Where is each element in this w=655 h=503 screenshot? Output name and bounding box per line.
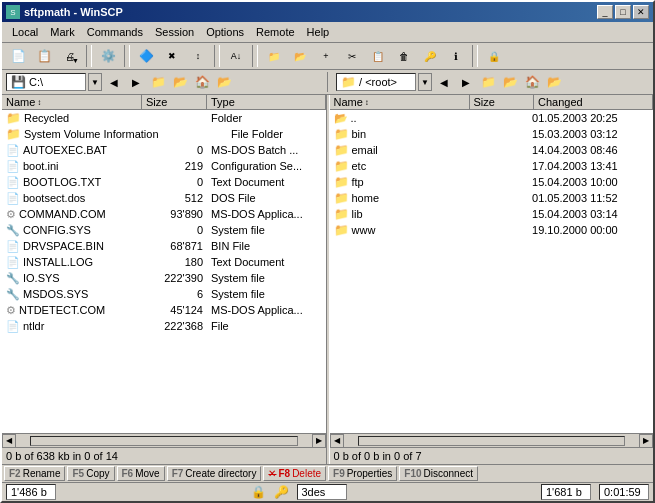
toolbar-btn-17[interactable]: 🔒 (482, 45, 506, 67)
remote-file-list-header: Name ↕ Size Changed (330, 95, 654, 110)
function-keys: F2 Rename F5 Copy F6 Move F7 Create dire… (2, 464, 653, 482)
table-row[interactable]: 📄DRVSPACE.BIN 68'871 BIN File (2, 238, 326, 254)
remote-address-input[interactable]: 📁 / <root> (336, 73, 416, 91)
toolbar-btn-15[interactable]: 🔑 (418, 45, 442, 67)
remote-folder-btn-3[interactable]: 🏠 (522, 73, 542, 91)
table-row[interactable]: ⚙NTDETECT.COM 45'124 MS-DOS Applica... (2, 302, 326, 318)
local-address-dropdown[interactable]: ▼ (88, 73, 102, 91)
bottom-right: 1'681 b 0:01:59 (541, 484, 649, 500)
toolbar-btn-8[interactable]: A↓ (224, 45, 248, 67)
minimize-button[interactable]: _ (597, 5, 613, 19)
table-row[interactable]: 📁home 01.05.2003 11:52 (330, 190, 654, 206)
toolbar: 📄 📋 🖨▼ ⚙️ 🔷 ✖ ↕ A↓ 📁 📂 + ✂ 📋 🗑 🔑 ℹ 🔒 (2, 43, 653, 70)
remote-scroll-left[interactable]: ◀ (330, 434, 344, 448)
toolbar-btn-12[interactable]: ✂ (340, 45, 364, 67)
table-row[interactable]: 📁lib 15.04.2003 03:14 (330, 206, 654, 222)
local-pane: Name ↕ Size Type 📁Recycled Folder 📁Syste… (2, 95, 326, 464)
app-icon: S (6, 5, 20, 19)
toolbar-btn-6[interactable]: ✖ (160, 45, 184, 67)
table-row[interactable]: 📄bootsect.dos 512 DOS File (2, 190, 326, 206)
toolbar-btn-11[interactable]: + (314, 45, 338, 67)
table-row[interactable]: 📁www 19.10.2000 00:00 (330, 222, 654, 238)
toolbar-btn-7[interactable]: ↕ (186, 45, 210, 67)
remote-file-rows: 📂.. 01.05.2003 20:25 📁bin 15.03.2003 03:… (330, 110, 654, 433)
maximize-button[interactable]: □ (615, 5, 631, 19)
toolbar-separator-1 (86, 45, 92, 67)
remote-folder-btn-1[interactable]: 📁 (478, 73, 498, 91)
status-icon-lock: 🔒 (251, 485, 266, 499)
remote-scroll-right[interactable]: ▶ (639, 434, 653, 448)
fkey-f2[interactable]: F2 Rename (4, 466, 65, 481)
remote-forward-btn[interactable]: ▶ (456, 73, 476, 91)
local-status-bar: 0 b of 638 kb in 0 of 14 (2, 447, 326, 464)
table-row[interactable]: ⚙COMMAND.COM 93'890 MS-DOS Applica... (2, 206, 326, 222)
table-row[interactable]: 📄AUTOEXEC.BAT 0 MS-DOS Batch ... (2, 142, 326, 158)
toolbar-btn-1[interactable]: 📄 (6, 45, 30, 67)
local-col-size[interactable]: Size (142, 95, 207, 109)
remote-scrollbar-track[interactable] (358, 436, 626, 446)
menu-commands[interactable]: Commands (81, 24, 149, 40)
table-row[interactable]: 📁bin 15.03.2003 03:12 (330, 126, 654, 142)
local-col-type[interactable]: Type (207, 95, 326, 109)
table-row[interactable]: 📄ntldr 222'368 File (2, 318, 326, 334)
remote-folder-btn-2[interactable]: 📂 (500, 73, 520, 91)
remote-col-size[interactable]: Size (470, 95, 535, 109)
table-row[interactable]: 📁System Volume Information File Folder (2, 126, 326, 142)
menu-options[interactable]: Options (200, 24, 250, 40)
table-row[interactable]: 📄INSTALL.LOG 180 Text Document (2, 254, 326, 270)
menu-mark[interactable]: Mark (44, 24, 80, 40)
local-forward-btn[interactable]: ▶ (126, 73, 146, 91)
local-scrollbar-track[interactable] (30, 436, 298, 446)
table-row[interactable]: 🔧IO.SYS 222'390 System file (2, 270, 326, 286)
remote-address-dropdown[interactable]: ▼ (418, 73, 432, 91)
remote-col-name[interactable]: Name ↕ (330, 95, 470, 109)
table-row[interactable]: 🔧MSDOS.SYS 6 System file (2, 286, 326, 302)
local-scroll-right[interactable]: ▶ (312, 434, 326, 448)
table-row[interactable]: 📂.. 01.05.2003 20:25 (330, 110, 654, 126)
bottom-status: 1'486 b 🔒 🔑 3des 1'681 b 0:01:59 (2, 482, 653, 501)
toolbar-btn-3[interactable]: 🖨▼ (58, 45, 82, 67)
table-row[interactable]: 📁etc 17.04.2003 13:41 (330, 158, 654, 174)
toolbar-btn-13[interactable]: 📋 (366, 45, 390, 67)
remote-back-btn[interactable]: ◀ (434, 73, 454, 91)
menu-session[interactable]: Session (149, 24, 200, 40)
local-back-btn[interactable]: ◀ (104, 73, 124, 91)
toolbar-btn-14[interactable]: 🗑 (392, 45, 416, 67)
local-folder-btn-3[interactable]: 🏠 (192, 73, 212, 91)
fkey-f6[interactable]: F6 Move (117, 466, 165, 481)
fkey-f8[interactable]: ✕F8 Delete (263, 466, 326, 481)
local-folder-btn-4[interactable]: 📂 (214, 73, 234, 91)
toolbar-gear-btn[interactable]: ⚙️ (96, 45, 120, 67)
menu-local[interactable]: Local (6, 24, 44, 40)
table-row[interactable]: 📁email 14.04.2003 08:46 (330, 142, 654, 158)
fkey-f9[interactable]: F9 Properties (328, 466, 397, 481)
toolbar-separator-3 (214, 45, 220, 67)
table-row[interactable]: 📁Recycled Folder (2, 110, 326, 126)
bottom-center: 🔒 🔑 3des (251, 484, 347, 500)
local-folder-btn-1[interactable]: 📁 (148, 73, 168, 91)
fkey-f5[interactable]: F5 Copy (67, 466, 114, 481)
remote-status-bar: 0 b of 0 b in 0 of 7 (330, 447, 654, 464)
local-address-input[interactable]: 💾 C:\ (6, 73, 86, 91)
local-folder-btn-2[interactable]: 📂 (170, 73, 190, 91)
bottom-left: 1'486 b (6, 484, 56, 500)
remote-col-changed[interactable]: Changed (534, 95, 653, 109)
menu-help[interactable]: Help (301, 24, 336, 40)
toolbar-btn-10[interactable]: 📂 (288, 45, 312, 67)
table-row[interactable]: 📁ftp 15.04.2003 10:00 (330, 174, 654, 190)
local-scroll-left[interactable]: ◀ (2, 434, 16, 448)
table-row[interactable]: 📄BOOTLOG.TXT 0 Text Document (2, 174, 326, 190)
remote-folder-btn-4[interactable]: 📂 (544, 73, 564, 91)
menu-remote[interactable]: Remote (250, 24, 301, 40)
toolbar-btn-5[interactable]: 🔷 (134, 45, 158, 67)
table-row[interactable]: 📄boot.ini 219 Configuration Se... (2, 158, 326, 174)
local-col-name[interactable]: Name ↕ (2, 95, 142, 109)
fkey-f10[interactable]: F10 Disconnect (399, 466, 478, 481)
fkey-f7[interactable]: F7 Create directory (167, 466, 262, 481)
toolbar-btn-2[interactable]: 📋 (32, 45, 56, 67)
close-button[interactable]: ✕ (633, 5, 649, 19)
toolbar-btn-16[interactable]: ℹ (444, 45, 468, 67)
toolbar-btn-9[interactable]: 📁 (262, 45, 286, 67)
session-status: 3des (297, 484, 347, 500)
table-row[interactable]: 🔧CONFIG.SYS 0 System file (2, 222, 326, 238)
